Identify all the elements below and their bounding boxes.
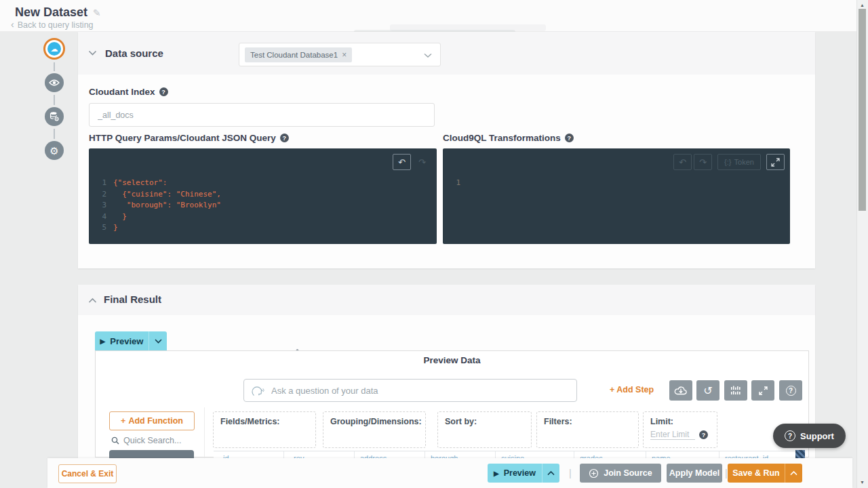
play-icon: ▶	[494, 470, 499, 477]
play-icon: ▶	[100, 338, 106, 345]
json-query-editor[interactable]: ↶ ↷ 1{"selector": 2 {"cuisine": "Chinese…	[89, 148, 437, 244]
plus-icon: +	[121, 416, 125, 426]
question-icon: ?	[786, 386, 796, 396]
page-scrollbar-thumb[interactable]	[859, 9, 866, 211]
quick-search-input[interactable]	[123, 436, 191, 445]
step-preview[interactable]	[45, 73, 64, 92]
column-header[interactable]: _id	[214, 451, 284, 458]
plus-icon: +	[610, 385, 614, 394]
join-source-button[interactable]: Join Source	[580, 464, 661, 483]
download-results-button[interactable]	[669, 380, 692, 401]
datasource-section-header: Data source Test Cloudant Database1 ×	[78, 32, 815, 75]
ask-question-field[interactable]	[243, 379, 577, 402]
question-icon: ?	[785, 430, 795, 441]
back-chevron-icon: ‹	[11, 19, 14, 30]
speaking-head-icon	[251, 384, 266, 397]
grouping-dimensions-dropzone[interactable]: Grouping/Dimensions:	[323, 411, 426, 448]
chevron-down-icon[interactable]	[88, 50, 97, 56]
screen: New Dataset✎ ‹Back to query listing ☁ ⚙	[0, 0, 868, 488]
cancel-exit-button[interactable]: Cancel & Exit	[58, 464, 117, 483]
footer-action-bar: Cancel & Exit ▶ Preview | Join Source Ap…	[47, 458, 852, 488]
result-table-header-row: _id _rev address borough cuisine grades …	[214, 451, 797, 458]
undo-icon: ↶	[679, 157, 686, 167]
limit-dropzone[interactable]: Limit: ?	[643, 411, 717, 448]
cloud-download-icon	[674, 386, 688, 396]
expand-editor-button[interactable]	[766, 154, 785, 170]
preview-options-caret[interactable]	[542, 464, 559, 483]
cloud9ql-editor[interactable]: ↶ ↷ {:} Token 1	[443, 148, 790, 244]
ask-question-input[interactable]	[271, 386, 570, 396]
chevron-up-icon	[790, 471, 797, 476]
apply-model-button[interactable]: Apply Model	[667, 464, 722, 483]
fullscreen-button[interactable]	[751, 380, 774, 401]
save-run-button[interactable]: Save & Run	[728, 464, 802, 483]
preview-options-caret[interactable]	[149, 331, 167, 350]
help-icon[interactable]: ?	[699, 430, 708, 439]
panel-divider	[204, 407, 205, 458]
step-connector	[54, 95, 55, 105]
datasource-select[interactable]: Test Cloudant Database1 ×	[239, 43, 441, 66]
expand-icon	[759, 386, 768, 395]
divider: |	[569, 468, 572, 479]
gear-icon: ⚙	[50, 146, 58, 156]
help-icon[interactable]: ?	[159, 87, 168, 96]
remove-source-icon[interactable]: ×	[342, 50, 347, 60]
preview-tab-button[interactable]: ▶ Preview	[95, 331, 167, 350]
redo-button[interactable]: ↷	[413, 154, 431, 170]
datasource-section-label: Data source	[105, 47, 163, 59]
column-header[interactable]: _rev	[284, 451, 355, 458]
column-header[interactable]: address	[355, 451, 425, 458]
back-to-query-listing-link[interactable]: ‹Back to query listing	[11, 19, 94, 30]
column-header[interactable]: grades	[574, 451, 646, 458]
chevron-up-icon[interactable]	[88, 298, 97, 304]
save-run-options-caret[interactable]	[785, 464, 802, 483]
cloudant-index-input[interactable]	[89, 103, 435, 127]
table-scrollbar-thumb[interactable]	[795, 450, 805, 458]
datasource-card: Data source Test Cloudant Database1 × Cl…	[78, 32, 815, 268]
cloud9ql-code[interactable]: 1	[450, 178, 467, 189]
support-button[interactable]: ? Support	[773, 424, 846, 448]
cloudant-index-label: Cloudant Index ?	[89, 87, 168, 97]
quick-search-field[interactable]	[111, 436, 191, 445]
redo-button[interactable]: ↷	[694, 154, 712, 170]
help-button[interactable]: ?	[779, 380, 802, 401]
redo-icon: ↷	[418, 157, 426, 167]
sort-by-dropzone[interactable]: Sort by:	[437, 411, 532, 448]
token-button[interactable]: {:} Token	[717, 154, 761, 170]
page-title: New Dataset✎	[15, 5, 101, 20]
help-icon[interactable]: ?	[565, 134, 574, 142]
fields-metrics-dropzone[interactable]: Fields/Metrics:	[213, 411, 316, 448]
undo-button[interactable]: ↶	[393, 154, 411, 170]
step-connector	[54, 129, 55, 139]
preview-data-title: Preview Data	[96, 355, 808, 365]
database-gear-icon	[49, 111, 60, 122]
help-icon[interactable]: ?	[280, 134, 289, 142]
json-query-code[interactable]: 1{"selector": 2 {"cuisine": "Chinese", 3…	[96, 178, 221, 234]
scroll-up-arrow[interactable]: ▲	[856, 3, 868, 7]
step-settings[interactable]: ⚙	[45, 141, 64, 160]
footer-preview-button[interactable]: ▶ Preview	[488, 464, 559, 483]
step-datasource-cloud-icon[interactable]: ☁	[43, 38, 65, 60]
chevron-down-icon	[155, 339, 162, 344]
column-header[interactable]: restaurant_id	[719, 451, 797, 458]
undo-button[interactable]: ↶	[673, 154, 692, 170]
chart-view-button[interactable]	[724, 380, 747, 401]
filters-dropzone[interactable]: Filters:	[536, 411, 639, 448]
scroll-down-arrow[interactable]: ▼	[856, 480, 868, 485]
limit-input[interactable]	[650, 430, 695, 440]
edit-pencil-icon[interactable]: ✎	[93, 7, 101, 18]
add-function-button[interactable]: + Add Function	[109, 411, 195, 430]
add-step-button[interactable]: +Add Step	[610, 385, 654, 394]
field-chip-partial[interactable]	[109, 450, 194, 458]
preview-data-panel: Preview Data +Add Step ↺	[95, 350, 809, 458]
step-transform[interactable]	[45, 107, 64, 126]
expand-icon	[771, 158, 780, 167]
step-connector	[54, 62, 55, 71]
column-header[interactable]: borough	[425, 451, 496, 458]
column-header[interactable]: cuisine	[496, 451, 574, 458]
column-header[interactable]: name	[646, 451, 719, 458]
refresh-icon: ↺	[703, 384, 712, 397]
refresh-button[interactable]: ↺	[696, 380, 719, 401]
final-result-section-header: Final Result	[78, 285, 815, 315]
bars-chart-icon	[730, 386, 741, 395]
